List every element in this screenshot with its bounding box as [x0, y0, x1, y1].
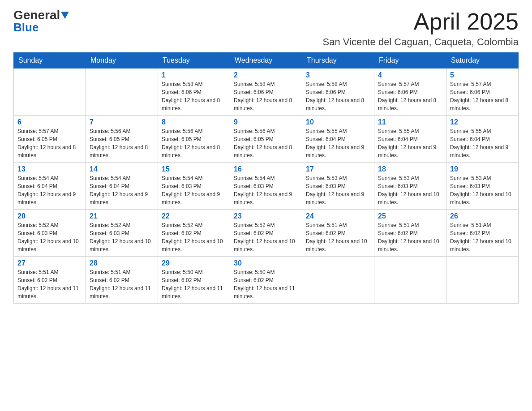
day-info: Sunrise: 5:53 AMSunset: 6:03 PMDaylight:…	[378, 174, 442, 206]
day-info: Sunrise: 5:55 AMSunset: 6:04 PMDaylight:…	[378, 127, 442, 159]
day-number: 15	[162, 165, 226, 173]
month-title: April 2025	[323, 9, 519, 34]
day-number: 26	[450, 212, 515, 220]
calendar-week-row: 20Sunrise: 5:52 AMSunset: 6:03 PMDayligh…	[14, 210, 519, 257]
calendar-cell: 19Sunrise: 5:53 AMSunset: 6:03 PMDayligh…	[446, 163, 519, 210]
day-number: 2	[234, 71, 298, 79]
day-number: 9	[234, 118, 298, 126]
calendar-cell: 1Sunrise: 5:58 AMSunset: 6:06 PMDaylight…	[158, 68, 230, 116]
calendar-cell: 16Sunrise: 5:54 AMSunset: 6:03 PMDayligh…	[230, 163, 302, 210]
calendar-cell: 2Sunrise: 5:58 AMSunset: 6:06 PMDaylight…	[230, 68, 302, 116]
page-header: General Blue April 2025 San Vicente del …	[13, 9, 519, 48]
day-info: Sunrise: 5:51 AMSunset: 6:02 PMDaylight:…	[90, 268, 154, 300]
calendar-table: SundayMondayTuesdayWednesdayThursdayFrid…	[13, 52, 519, 304]
weekday-header-friday: Friday	[374, 53, 446, 68]
day-number: 12	[450, 118, 515, 126]
day-number: 13	[17, 165, 82, 173]
calendar-cell: 3Sunrise: 5:58 AMSunset: 6:06 PMDaylight…	[302, 68, 374, 116]
logo-general-text: General	[13, 9, 60, 21]
calendar-cell	[374, 257, 446, 304]
calendar-cell: 12Sunrise: 5:55 AMSunset: 6:04 PMDayligh…	[446, 116, 519, 163]
calendar-cell: 30Sunrise: 5:50 AMSunset: 6:02 PMDayligh…	[230, 257, 302, 304]
day-info: Sunrise: 5:56 AMSunset: 6:05 PMDaylight:…	[90, 127, 154, 159]
calendar-cell: 25Sunrise: 5:51 AMSunset: 6:02 PMDayligh…	[374, 210, 446, 257]
day-number: 30	[234, 259, 298, 267]
calendar-header-row: SundayMondayTuesdayWednesdayThursdayFrid…	[14, 53, 519, 68]
calendar-cell: 27Sunrise: 5:51 AMSunset: 6:02 PMDayligh…	[14, 257, 86, 304]
day-number: 6	[17, 118, 82, 126]
day-number: 14	[90, 165, 154, 173]
title-area: April 2025 San Vicente del Caguan, Caque…	[323, 9, 519, 48]
day-number: 10	[306, 118, 370, 126]
day-info: Sunrise: 5:51 AMSunset: 6:02 PMDaylight:…	[378, 221, 442, 253]
day-info: Sunrise: 5:53 AMSunset: 6:03 PMDaylight:…	[306, 174, 370, 206]
logo: General Blue	[13, 9, 69, 33]
day-info: Sunrise: 5:57 AMSunset: 6:05 PMDaylight:…	[17, 127, 82, 159]
calendar-cell: 13Sunrise: 5:54 AMSunset: 6:04 PMDayligh…	[14, 163, 86, 210]
day-number: 28	[90, 259, 154, 267]
day-info: Sunrise: 5:51 AMSunset: 6:02 PMDaylight:…	[306, 221, 370, 253]
svg-marker-0	[61, 12, 69, 19]
day-info: Sunrise: 5:51 AMSunset: 6:02 PMDaylight:…	[17, 268, 82, 300]
day-info: Sunrise: 5:50 AMSunset: 6:02 PMDaylight:…	[234, 268, 298, 300]
day-info: Sunrise: 5:57 AMSunset: 6:06 PMDaylight:…	[450, 80, 515, 112]
calendar-cell: 11Sunrise: 5:55 AMSunset: 6:04 PMDayligh…	[374, 116, 446, 163]
calendar-cell	[86, 68, 158, 116]
day-number: 23	[234, 212, 298, 220]
day-info: Sunrise: 5:54 AMSunset: 6:04 PMDaylight:…	[90, 174, 154, 206]
weekday-header-wednesday: Wednesday	[230, 53, 302, 68]
day-number: 29	[162, 259, 226, 267]
logo-blue-text: Blue	[13, 21, 39, 33]
calendar-cell: 26Sunrise: 5:51 AMSunset: 6:02 PMDayligh…	[446, 210, 519, 257]
calendar-cell: 15Sunrise: 5:54 AMSunset: 6:03 PMDayligh…	[158, 163, 230, 210]
calendar-cell	[446, 257, 519, 304]
day-info: Sunrise: 5:55 AMSunset: 6:04 PMDaylight:…	[306, 127, 370, 159]
day-number: 3	[306, 71, 370, 79]
logo-triangle-icon	[61, 12, 69, 20]
calendar-cell: 23Sunrise: 5:52 AMSunset: 6:02 PMDayligh…	[230, 210, 302, 257]
day-number: 25	[378, 212, 442, 220]
weekday-header-sunday: Sunday	[14, 53, 86, 68]
calendar-cell: 21Sunrise: 5:52 AMSunset: 6:03 PMDayligh…	[86, 210, 158, 257]
calendar-week-row: 27Sunrise: 5:51 AMSunset: 6:02 PMDayligh…	[14, 257, 519, 304]
day-number: 18	[378, 165, 442, 173]
calendar-cell: 4Sunrise: 5:57 AMSunset: 6:06 PMDaylight…	[374, 68, 446, 116]
day-info: Sunrise: 5:56 AMSunset: 6:05 PMDaylight:…	[162, 127, 226, 159]
day-info: Sunrise: 5:57 AMSunset: 6:06 PMDaylight:…	[378, 80, 442, 112]
calendar-week-row: 6Sunrise: 5:57 AMSunset: 6:05 PMDaylight…	[14, 116, 519, 163]
day-info: Sunrise: 5:52 AMSunset: 6:03 PMDaylight:…	[90, 221, 154, 253]
day-info: Sunrise: 5:51 AMSunset: 6:02 PMDaylight:…	[450, 221, 515, 253]
calendar-cell: 20Sunrise: 5:52 AMSunset: 6:03 PMDayligh…	[14, 210, 86, 257]
day-number: 21	[90, 212, 154, 220]
day-info: Sunrise: 5:58 AMSunset: 6:06 PMDaylight:…	[234, 80, 298, 112]
day-number: 8	[162, 118, 226, 126]
day-number: 1	[162, 71, 226, 79]
calendar-cell: 7Sunrise: 5:56 AMSunset: 6:05 PMDaylight…	[86, 116, 158, 163]
day-number: 7	[90, 118, 154, 126]
day-number: 17	[306, 165, 370, 173]
calendar-cell	[302, 257, 374, 304]
day-number: 24	[306, 212, 370, 220]
calendar-cell: 28Sunrise: 5:51 AMSunset: 6:02 PMDayligh…	[86, 257, 158, 304]
weekday-header-thursday: Thursday	[302, 53, 374, 68]
day-number: 16	[234, 165, 298, 173]
day-number: 4	[378, 71, 442, 79]
calendar-week-row: 1Sunrise: 5:58 AMSunset: 6:06 PMDaylight…	[14, 68, 519, 116]
day-info: Sunrise: 5:52 AMSunset: 6:02 PMDaylight:…	[162, 221, 226, 253]
calendar-cell: 10Sunrise: 5:55 AMSunset: 6:04 PMDayligh…	[302, 116, 374, 163]
calendar-cell: 17Sunrise: 5:53 AMSunset: 6:03 PMDayligh…	[302, 163, 374, 210]
calendar-cell: 29Sunrise: 5:50 AMSunset: 6:02 PMDayligh…	[158, 257, 230, 304]
location-title: San Vicente del Caguan, Caqueta, Colombi…	[323, 36, 519, 48]
day-info: Sunrise: 5:52 AMSunset: 6:02 PMDaylight:…	[234, 221, 298, 253]
day-info: Sunrise: 5:54 AMSunset: 6:03 PMDaylight:…	[162, 174, 226, 206]
day-info: Sunrise: 5:54 AMSunset: 6:04 PMDaylight:…	[17, 174, 82, 206]
calendar-cell: 24Sunrise: 5:51 AMSunset: 6:02 PMDayligh…	[302, 210, 374, 257]
weekday-header-saturday: Saturday	[446, 53, 519, 68]
day-info: Sunrise: 5:58 AMSunset: 6:06 PMDaylight:…	[162, 80, 226, 112]
calendar-cell: 9Sunrise: 5:56 AMSunset: 6:05 PMDaylight…	[230, 116, 302, 163]
calendar-cell: 18Sunrise: 5:53 AMSunset: 6:03 PMDayligh…	[374, 163, 446, 210]
weekday-header-tuesday: Tuesday	[158, 53, 230, 68]
day-number: 19	[450, 165, 515, 173]
day-info: Sunrise: 5:56 AMSunset: 6:05 PMDaylight:…	[234, 127, 298, 159]
day-info: Sunrise: 5:53 AMSunset: 6:03 PMDaylight:…	[450, 174, 515, 206]
